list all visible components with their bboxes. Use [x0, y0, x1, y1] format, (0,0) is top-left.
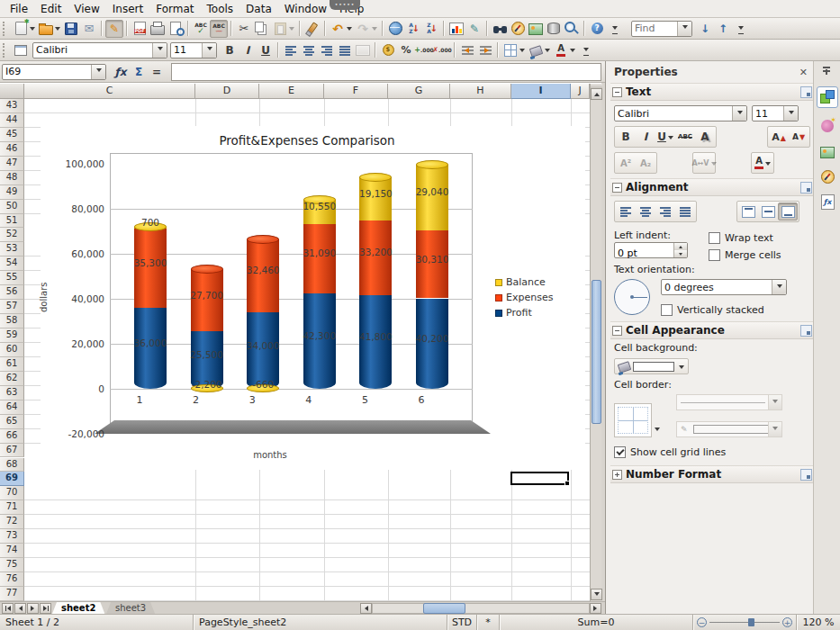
input-line[interactable]: [171, 63, 601, 81]
help-button[interactable]: ?: [588, 20, 606, 38]
print-button[interactable]: [149, 20, 167, 38]
row-header-68[interactable]: 68: [0, 458, 24, 472]
subscript-button[interactable]: A₂: [636, 154, 655, 172]
bar-3-profit-segment[interactable]: [247, 312, 279, 389]
collapse-icon[interactable]: [612, 183, 622, 193]
align-vcenter-button[interactable]: [758, 202, 778, 220]
border-picker[interactable]: [614, 403, 652, 437]
format-currency-button[interactable]: $: [379, 41, 397, 59]
font-size-dropdown-icon[interactable]: [783, 106, 798, 121]
sidebar-menu-icon[interactable]: [821, 65, 834, 76]
border-dropdown-icon[interactable]: [655, 428, 660, 434]
menu-insert[interactable]: Insert: [106, 1, 149, 17]
find-combobox[interactable]: [631, 21, 692, 37]
previous-sheet-button[interactable]: [14, 603, 26, 614]
decrease-indent-button[interactable]: [458, 41, 476, 59]
bar-1-expenses-segment[interactable]: [134, 229, 167, 308]
sidebar-close-icon[interactable]: ✕: [797, 67, 810, 78]
row-header-75[interactable]: 75: [0, 558, 24, 572]
toolbar-grip[interactable]: [3, 43, 9, 58]
navigator-button[interactable]: [509, 20, 527, 38]
bar-5-balance-segment[interactable]: [359, 177, 392, 220]
select-all-corner[interactable]: [0, 84, 24, 99]
tab-navigator[interactable]: [817, 166, 838, 187]
name-box-dropdown-icon[interactable]: [91, 65, 105, 79]
sort-descending-button[interactable]: ZA↓: [422, 20, 440, 38]
character-spacing-button[interactable]: A↔V: [694, 154, 714, 172]
text-section-header[interactable]: Text: [610, 83, 814, 101]
align-right-button[interactable]: [655, 202, 675, 220]
column-header-g[interactable]: G: [388, 84, 450, 99]
vertical-scroll-thumb[interactable]: [592, 280, 601, 424]
row-header-63[interactable]: 63: [0, 386, 24, 400]
paste-dropdown-icon[interactable]: [289, 27, 294, 33]
cell-appearance-dialog-launcher-icon[interactable]: [800, 325, 812, 337]
row-header-74[interactable]: 74: [0, 544, 24, 558]
edit-mode-button[interactable]: ✎: [105, 20, 123, 38]
row-header-73[interactable]: 73: [0, 529, 24, 544]
last-sheet-button[interactable]: [40, 603, 51, 614]
sidebar-font-color-button[interactable]: A: [753, 154, 772, 172]
gallery-button[interactable]: [527, 20, 545, 38]
tab-properties[interactable]: [817, 86, 838, 108]
collapse-icon[interactable]: [612, 326, 622, 336]
merge-cells-checkbox[interactable]: [709, 249, 720, 261]
add-decimal-place-button[interactable]: +.000: [415, 41, 433, 59]
vertically-stacked-checkbox[interactable]: [661, 304, 673, 316]
page-style-status[interactable]: PageStyle_sheet2: [194, 615, 447, 630]
find-and-replace-button[interactable]: [491, 20, 509, 38]
row-header-65[interactable]: 65: [0, 415, 24, 429]
row-header-72[interactable]: 72: [0, 515, 24, 529]
increase-indent-button[interactable]: [476, 41, 494, 59]
row-header-61[interactable]: 61: [0, 357, 24, 372]
cell-reference-input[interactable]: [3, 66, 105, 77]
show-draw-functions-button[interactable]: ✎: [465, 20, 483, 38]
underline-dropdown-icon[interactable]: [668, 136, 673, 142]
expand-icon[interactable]: [612, 470, 622, 480]
row-header-49[interactable]: 49: [0, 185, 24, 200]
bold-button[interactable]: B: [616, 128, 636, 146]
paste-button[interactable]: [271, 20, 296, 38]
align-justified-button[interactable]: [675, 202, 695, 220]
left-indent-spinner[interactable]: [614, 242, 688, 258]
new-document-button[interactable]: [12, 20, 37, 38]
scroll-up-button[interactable]: [591, 88, 602, 100]
sum-button[interactable]: Σ: [130, 63, 148, 81]
bar-6-balance-segment[interactable]: [416, 165, 448, 230]
zoom-button[interactable]: [563, 20, 581, 38]
menu-data[interactable]: Data: [239, 1, 278, 17]
align-center-button[interactable]: [300, 41, 318, 59]
toolbar-overflow-button[interactable]: [606, 20, 624, 38]
first-sheet-button[interactable]: [2, 603, 14, 614]
hyperlink-button[interactable]: [386, 20, 404, 38]
menu-edit[interactable]: Edit: [34, 1, 68, 17]
border-line-style-combobox[interactable]: [676, 394, 782, 410]
orientation-dropdown-icon[interactable]: [772, 280, 786, 294]
bar-6-profit-segment[interactable]: [416, 299, 448, 390]
find-dropdown-icon[interactable]: [677, 22, 691, 36]
selection-mode-status[interactable]: STD: [447, 615, 477, 630]
row-header-48[interactable]: 48: [0, 171, 24, 185]
spin-up-icon[interactable]: [674, 243, 687, 250]
undo-button[interactable]: ↶: [329, 20, 354, 38]
undo-dropdown-icon[interactable]: [347, 27, 352, 33]
redo-dropdown-icon[interactable]: [372, 27, 377, 33]
redo-button[interactable]: ↷: [354, 20, 379, 38]
zoom-slider[interactable]: − +: [693, 615, 797, 630]
find-next-button[interactable]: ↓: [696, 20, 714, 38]
row-header-56[interactable]: 56: [0, 285, 24, 300]
font-color-dropdown-icon[interactable]: [570, 49, 575, 55]
delete-decimal-place-button[interactable]: ✗.000: [433, 41, 451, 59]
cut-button[interactable]: ✂: [235, 20, 253, 38]
styles-window-button[interactable]: [12, 41, 30, 59]
clone-formatting-button[interactable]: [303, 20, 321, 38]
sheet-tab-sheet2[interactable]: sheet2: [52, 602, 104, 614]
vertical-scrollbar[interactable]: [590, 84, 601, 601]
sidebar-font-name-combobox[interactable]: [614, 105, 747, 122]
orientation-combobox[interactable]: 0 degrees: [661, 279, 787, 295]
align-left-button[interactable]: [616, 202, 636, 220]
row-header-76[interactable]: 76: [0, 572, 24, 587]
zoom-percent-status[interactable]: 120 %: [797, 615, 840, 630]
bar-1-profit-segment[interactable]: [134, 308, 167, 389]
sidebar-font-size-combobox[interactable]: [752, 105, 799, 122]
